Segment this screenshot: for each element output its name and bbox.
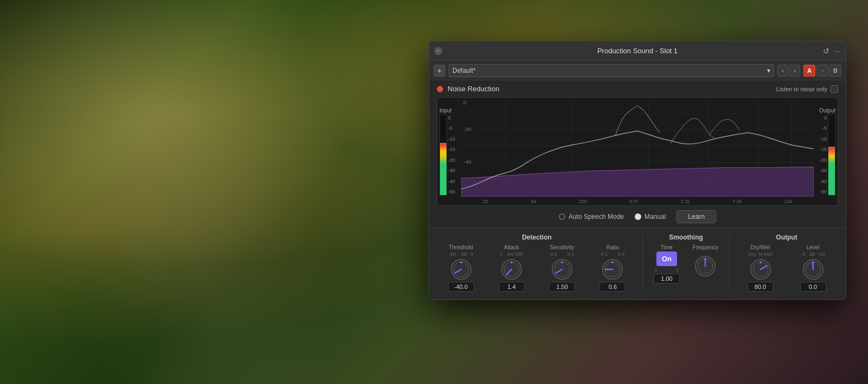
nr-active-dot[interactable] (437, 86, 443, 92)
sensitivity-knob-item: Sensitivity 0.5 5.0 1.50 (549, 244, 575, 292)
frequency-label: Frequency (693, 244, 718, 250)
drywet-value[interactable]: 80.0 (748, 282, 774, 292)
drywet-knob-item: Dry/Wet Dry % Wet 80.0 (748, 244, 774, 292)
input-label: Input (439, 108, 451, 114)
next-preset-button[interactable]: › (789, 65, 800, 77)
b-button[interactable]: B (829, 65, 841, 77)
ratio-max: 0.9 (618, 251, 625, 257)
input-vu-meter (439, 114, 447, 196)
preset-name: Default* (452, 67, 476, 74)
reset-icon[interactable]: ↺ (823, 47, 829, 55)
attack-value[interactable]: 1.4 (499, 282, 525, 292)
spectrum-svg: 0 -20 -40 (461, 98, 814, 197)
attack-knob-item: Attack 1 ms 500 1.4 (499, 244, 525, 292)
svg-point-16 (460, 261, 462, 263)
sensitivity-max: 5.0 (567, 251, 575, 257)
output-vu-meter (828, 114, 835, 196)
drywet-label: Dry/Wet (751, 244, 770, 250)
manual-radio[interactable] (635, 213, 641, 220)
attack-min: 1 (500, 251, 502, 257)
svg-point-34 (812, 261, 814, 263)
learn-button[interactable]: Learn (676, 210, 716, 223)
more-icon[interactable]: ··· (834, 47, 840, 55)
attack-label: Attack (504, 244, 519, 250)
db-label-50: -50 (448, 189, 459, 194)
a-button[interactable]: A (803, 65, 815, 77)
dropdown-arrow-icon: ▾ (767, 67, 770, 74)
output-title: Output (735, 234, 838, 241)
level-value[interactable]: 0.0 (800, 282, 826, 292)
sensitivity-value[interactable]: 1.50 (549, 282, 575, 292)
sensitivity-knob[interactable] (551, 258, 573, 281)
nr-title: Noise Reduction (448, 85, 499, 93)
mode-selector: Auto Speech Mode Manual Learn (429, 206, 846, 228)
title-bar-actions: ↺ ··· (823, 47, 840, 55)
output-db-labels: 0 -5 -10 -15 -20 -30 -40 -50 (816, 114, 827, 196)
preset-dropdown[interactable]: Default* ▾ (449, 64, 774, 77)
freq-64: 64 (531, 199, 536, 204)
person-overlay (0, 0, 429, 384)
spectrum-analyzer: Input 0 -5 -10 -15 -20 -30 -40 -50 (437, 97, 838, 206)
drywet-min: Dry (749, 251, 756, 257)
ratio-knob[interactable] (601, 258, 624, 281)
detection-title: Detection (437, 234, 637, 241)
db-label-15: -15 (448, 147, 459, 152)
listen-checkbox[interactable] (831, 85, 838, 93)
auto-speech-mode-option[interactable]: Auto Speech Mode (559, 213, 624, 221)
freq-679: 679 (630, 199, 638, 204)
sensitivity-label: Sensitivity (550, 244, 575, 250)
output-section: Output Dry/Wet Dry % Wet (730, 234, 838, 292)
time-min: 0 (655, 267, 658, 273)
attack-max: ms 500 (507, 251, 524, 257)
ratio-knob-item: Ratio 0.1 0.9 0.6 (599, 244, 626, 292)
close-button[interactable]: × (435, 47, 442, 55)
attack-knob[interactable] (500, 258, 523, 281)
knobs-section: Detection Threshold -80 dB -3 (429, 228, 846, 299)
svg-point-31 (760, 261, 762, 263)
input-vu-fill (440, 143, 446, 195)
smoothing-section: Smoothing Time On 0 2 1.00 (643, 234, 730, 292)
freq-20: 20 (482, 199, 488, 204)
on-button[interactable]: On (656, 251, 677, 266)
threshold-value[interactable]: -40.0 (448, 282, 474, 292)
db-label-5: -5 (448, 125, 459, 131)
threshold-label: Threshold (449, 244, 473, 250)
time-value[interactable]: 1.00 (654, 274, 680, 284)
level-label: Level (807, 244, 820, 250)
freq-labels: 20 64 208 679 2.2k 7.2k 24k (461, 199, 814, 204)
output-knobs: Dry/Wet Dry % Wet 80.0 (735, 244, 838, 292)
nr-right: Listen to noise only (776, 85, 838, 93)
svg-point-28 (704, 258, 706, 260)
copy-ab-button[interactable]: → (816, 65, 828, 77)
add-preset-button[interactable]: + (433, 65, 445, 77)
threshold-knob[interactable] (450, 258, 473, 281)
close-icon: × (437, 48, 439, 54)
sensitivity-min: 0.5 (550, 251, 557, 257)
output-label: Output (819, 108, 835, 114)
ratio-value[interactable]: 0.6 (599, 282, 626, 292)
manual-label: Manual (644, 213, 666, 221)
manual-mode-option[interactable]: Manual (635, 213, 666, 221)
db-label-0: 0 (448, 115, 459, 121)
ab-section: A → B (803, 65, 841, 77)
listen-label: Listen to noise only (776, 86, 827, 92)
freq-2k2: 2.2k (681, 199, 690, 204)
frequency-knob[interactable] (694, 255, 717, 278)
svg-text:0: 0 (463, 99, 467, 105)
threshold-min: -80 (449, 251, 456, 257)
preset-bar: + Default* ▾ ‹ › A → B (429, 61, 846, 80)
output-vu-fill (828, 147, 835, 195)
level-knob[interactable] (802, 258, 825, 281)
threshold-knob-item: Threshold -80 dB -3 -40.0 (448, 244, 474, 292)
detection-knobs: Threshold -80 dB -3 -40.0 (437, 244, 637, 292)
window-title: Production Sound - Slot 1 (597, 47, 678, 55)
time-max: 2 (676, 267, 679, 273)
db-label-10: -10 (448, 136, 459, 142)
db-label-20: -20 (448, 158, 459, 163)
prev-preset-button[interactable]: ‹ (777, 65, 788, 77)
ratio-min: 0.1 (601, 251, 608, 257)
drywet-knob[interactable] (749, 258, 772, 281)
time-knob-item: Time On 0 2 1.00 (654, 244, 680, 284)
time-label: Time (661, 244, 673, 250)
auto-speech-radio[interactable] (559, 213, 565, 220)
